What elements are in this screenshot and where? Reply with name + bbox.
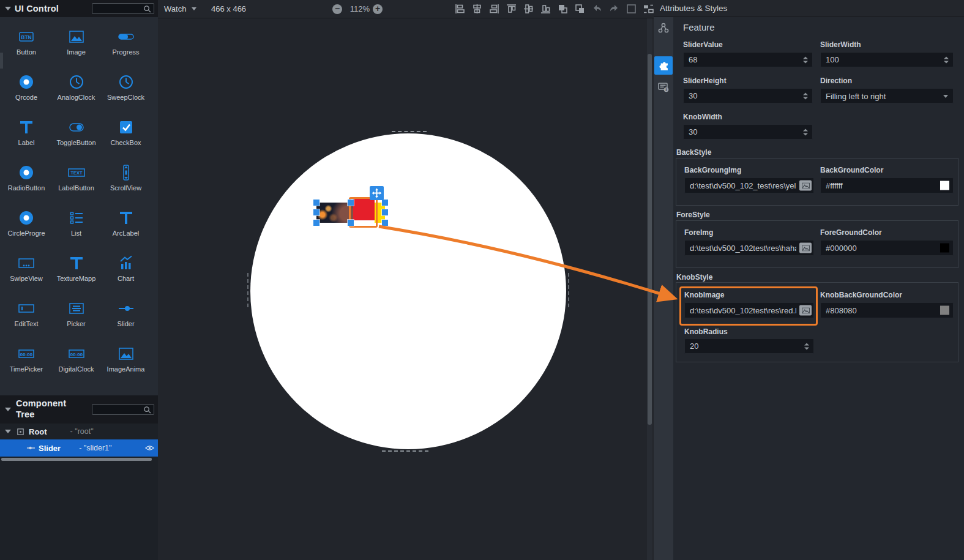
align-right-icon[interactable] <box>488 3 500 15</box>
palette-item-imageanima[interactable]: ImageAnima <box>101 343 151 388</box>
palette-item-texturemap[interactable]: TextureMapp <box>51 252 101 297</box>
slider-height-field[interactable] <box>683 88 813 103</box>
resize-handle[interactable] <box>382 220 388 226</box>
fore-color-input[interactable] <box>821 241 953 255</box>
palette-item-chart[interactable]: Chart <box>101 252 151 297</box>
palette-item-analogclock[interactable]: AnalogClock <box>51 71 101 116</box>
component-tree-search[interactable] <box>92 404 154 415</box>
tree-collapse-caret-icon[interactable] <box>5 408 11 411</box>
palette-item-list[interactable]: List <box>51 207 101 252</box>
marquee-select-icon[interactable] <box>626 3 637 15</box>
tree-horizontal-scrollbar[interactable] <box>1 458 152 461</box>
panel-collapse-tab[interactable] <box>0 53 3 69</box>
knob-width-field[interactable] <box>683 124 813 140</box>
scrollbar-thumb[interactable] <box>648 54 652 425</box>
tab-info-icon[interactable]: i <box>657 81 670 93</box>
resize-handle[interactable] <box>382 200 388 206</box>
palette-item-slider[interactable]: Slider <box>101 297 151 343</box>
knob-bg-color-field[interactable] <box>820 302 954 318</box>
background-color-input[interactable] <box>821 178 953 193</box>
tree-row-root[interactable]: Root- "root" <box>0 424 158 439</box>
zoom-in-button[interactable]: + <box>373 4 383 14</box>
visibility-eye-icon[interactable] <box>145 445 154 451</box>
send-to-back-icon[interactable] <box>574 3 586 15</box>
fore-img-field[interactable] <box>684 240 814 256</box>
knob-radius-input[interactable] <box>685 339 813 353</box>
palette-item-digitalclock[interactable]: 00:00DigitalClock <box>51 343 101 388</box>
zoom-out-button[interactable]: − <box>332 4 342 14</box>
resize-handle[interactable] <box>313 200 319 206</box>
spinner-arrows-icon[interactable] <box>944 56 949 63</box>
palette-item-labelbutton[interactable]: TEXTLabelButton <box>51 162 101 207</box>
image-picker-icon[interactable] <box>799 181 812 191</box>
spinner-arrows-icon[interactable] <box>803 129 808 135</box>
design-canvas[interactable] <box>158 18 654 560</box>
spinner-arrows-icon[interactable] <box>803 56 808 63</box>
knob-radius-field[interactable] <box>684 338 814 354</box>
tab-attributes-icon[interactable] <box>654 56 673 75</box>
align-center-horizontal-icon[interactable] <box>471 3 483 15</box>
align-top-icon[interactable] <box>506 3 517 15</box>
align-bottom-icon[interactable] <box>540 3 551 15</box>
swap-position-icon[interactable] <box>643 3 654 15</box>
ui-control-search-input[interactable] <box>92 5 143 12</box>
palette-item-picker[interactable]: Picker <box>51 297 101 343</box>
knob-image-field[interactable] <box>684 302 814 318</box>
background-img-input[interactable] <box>685 178 813 193</box>
palette-item-edittext[interactable]: EditText <box>1 297 51 343</box>
color-swatch[interactable] <box>940 181 949 190</box>
palette-item-timepicker[interactable]: 00:00TimePicker <box>1 343 51 388</box>
screen-mode-dropdown[interactable]: Watch <box>164 4 196 13</box>
palette-item-sweepclock[interactable]: SweepClock <box>101 71 151 116</box>
palette-item-radiobutton[interactable]: RadioButton <box>1 162 51 207</box>
component-tree-search-input[interactable] <box>92 406 143 413</box>
palette-item-label[interactable]: Label <box>1 116 51 162</box>
image-picker-icon[interactable] <box>799 243 812 253</box>
palette-item-circleprogress[interactable]: CircleProgre <box>1 207 51 252</box>
tab-events-icon[interactable] <box>657 22 670 34</box>
resize-handle[interactable] <box>382 209 388 215</box>
align-left-icon[interactable] <box>454 3 466 15</box>
resize-handle[interactable] <box>348 200 354 206</box>
resize-handle[interactable] <box>313 209 319 215</box>
palette-item-checkbox[interactable]: CheckBox <box>101 116 151 162</box>
background-color-field[interactable] <box>820 177 954 193</box>
fore-img-input[interactable] <box>685 241 813 255</box>
slider-value-field[interactable] <box>683 52 813 67</box>
collapse-caret-icon[interactable] <box>5 7 11 10</box>
palette-item-qrcode[interactable]: Qrcode <box>1 71 51 116</box>
slider-height-input[interactable] <box>684 89 812 103</box>
slider-width-field[interactable] <box>820 52 954 67</box>
move-handle-icon[interactable] <box>370 186 384 200</box>
palette-item-image[interactable]: Image <box>51 26 101 71</box>
tree-expand-caret-icon[interactable] <box>5 430 11 433</box>
image-picker-icon[interactable] <box>799 305 812 316</box>
palette-item-swipeview[interactable]: SwipeView <box>1 252 51 297</box>
palette-item-button[interactable]: BTNButton <box>1 26 51 71</box>
resize-handle[interactable] <box>348 220 354 226</box>
palette-item-scrollview[interactable]: ScrollView <box>101 162 151 207</box>
spinner-arrows-icon[interactable] <box>803 92 808 99</box>
palette-item-progress[interactable]: Progress <box>101 26 151 71</box>
fore-color-field[interactable] <box>820 240 954 256</box>
color-swatch[interactable] <box>940 306 949 315</box>
knob-width-input[interactable] <box>684 125 812 139</box>
knob-image-input[interactable] <box>685 303 813 318</box>
direction-dropdown[interactable]: Filling left to right <box>820 88 954 103</box>
resize-handle[interactable] <box>313 220 319 226</box>
palette-item-arclabel[interactable]: ArcLabel <box>101 207 151 252</box>
slider-width-input[interactable] <box>821 53 953 67</box>
tree-row-slider[interactable]: Slider- "slider1" <box>0 439 158 457</box>
ui-control-search[interactable] <box>92 3 154 14</box>
bring-to-front-icon[interactable] <box>557 3 569 15</box>
align-center-vertical-icon[interactable] <box>523 3 534 15</box>
spinner-arrows-icon[interactable] <box>804 343 809 349</box>
redo-icon[interactable] <box>608 3 620 15</box>
palette-item-togglebutton[interactable]: ToggleButton <box>51 116 101 162</box>
slider-value-input[interactable] <box>684 53 812 67</box>
color-swatch[interactable] <box>940 244 949 253</box>
undo-icon[interactable] <box>591 3 603 15</box>
canvas-vertical-scrollbar[interactable] <box>647 18 652 560</box>
knob-bg-color-input[interactable] <box>821 303 953 318</box>
background-img-field[interactable] <box>684 177 814 193</box>
